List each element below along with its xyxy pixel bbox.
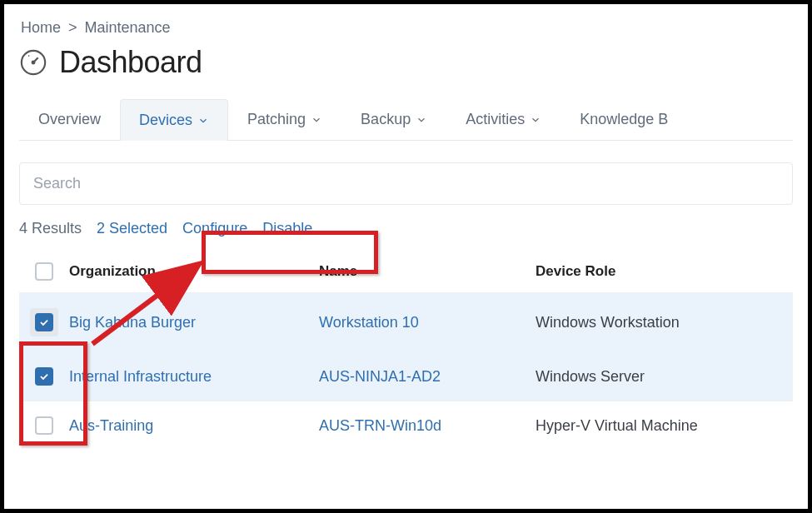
table-row: Aus-Training AUS-TRN-Win10d Hyper-V Virt… <box>19 401 793 450</box>
tab-activities[interactable]: Activities <box>446 98 560 140</box>
tab-label: Activities <box>466 111 525 128</box>
results-count: 4 Results <box>19 220 82 237</box>
device-table: Organization Name Device Role Big Kahuna… <box>19 257 793 450</box>
breadcrumb-home[interactable]: Home <box>21 19 61 36</box>
gauge-icon <box>19 48 47 77</box>
column-header-name[interactable]: Name <box>319 263 536 280</box>
chevron-down-icon <box>530 114 541 126</box>
row-device-name[interactable]: Workstation 10 <box>319 314 536 331</box>
tab-label: Devices <box>139 112 192 129</box>
row-checkbox[interactable] <box>35 367 53 386</box>
tab-patching[interactable]: Patching <box>228 98 341 140</box>
results-bar: 4 Results 2 Selected Configure Disable <box>19 220 793 237</box>
tab-overview[interactable]: Overview <box>19 98 120 140</box>
column-header-device-role[interactable]: Device Role <box>536 263 793 280</box>
chevron-down-icon <box>197 115 209 127</box>
tab-devices[interactable]: Devices <box>120 99 228 141</box>
row-organization[interactable]: Big Kahuna Burger <box>69 314 319 331</box>
page-title: Dashboard <box>59 45 202 80</box>
row-organization[interactable]: Internal Infrastructure <box>69 368 319 386</box>
disable-button[interactable]: Disable <box>262 220 312 237</box>
row-device-role: Hyper-V Virtual Machine <box>536 417 793 435</box>
table-row: Internal Infrastructure AUS-NINJA1-AD2 W… <box>19 351 793 401</box>
page-title-row: Dashboard <box>19 45 793 80</box>
breadcrumb-current: Maintenance <box>85 19 171 36</box>
tab-label: Patching <box>247 111 306 128</box>
select-all-checkbox[interactable] <box>35 262 53 281</box>
selected-count: 2 Selected <box>97 220 167 237</box>
chevron-down-icon <box>311 114 322 126</box>
search-wrap <box>19 162 793 205</box>
svg-point-2 <box>32 62 35 64</box>
configure-button[interactable]: Configure <box>182 220 247 237</box>
tab-label: Knowledge B <box>580 111 668 128</box>
svg-line-3 <box>28 56 29 57</box>
tab-label: Overview <box>38 111 101 128</box>
breadcrumb-separator: > <box>68 19 77 36</box>
row-checkbox[interactable] <box>35 416 53 435</box>
tab-backup[interactable]: Backup <box>341 98 446 140</box>
row-device-role: Windows Server <box>536 368 793 386</box>
chevron-down-icon <box>416 114 427 126</box>
row-device-name[interactable]: AUS-NINJA1-AD2 <box>319 368 536 386</box>
tab-knowledge[interactable]: Knowledge B <box>560 98 687 140</box>
row-organization[interactable]: Aus-Training <box>69 417 319 435</box>
row-checkbox[interactable] <box>35 313 53 331</box>
breadcrumb: Home > Maintenance <box>21 19 793 37</box>
search-input[interactable] <box>19 162 793 205</box>
column-header-organization[interactable]: Organization <box>69 263 319 280</box>
tab-label: Backup <box>361 111 411 128</box>
table-header: Organization Name Device Role <box>19 257 793 292</box>
row-device-name[interactable]: AUS-TRN-Win10d <box>319 417 536 435</box>
table-row: Big Kahuna Burger Workstation 10 Windows… <box>19 292 793 351</box>
tabs: Overview Devices Patching Backup Activit… <box>19 98 793 141</box>
row-device-role: Windows Workstation <box>536 314 793 331</box>
